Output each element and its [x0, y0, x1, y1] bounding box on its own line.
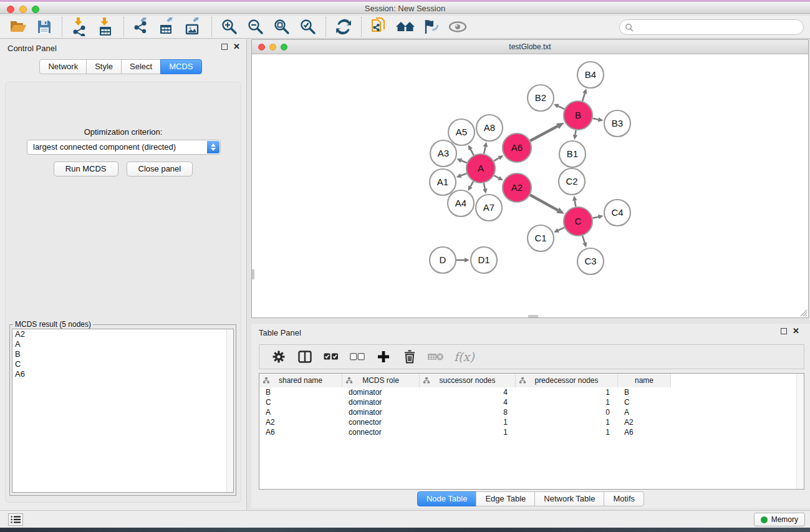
graph-node-B[interactable]: B — [564, 101, 592, 130]
task-history-button[interactable] — [8, 513, 23, 526]
cell-successor-nodes[interactable]: 4 — [420, 397, 516, 407]
graph-edge-A-A1[interactable] — [461, 173, 466, 175]
tab-edge-table[interactable]: Edge Table — [476, 491, 535, 506]
cell-MCDS-role[interactable]: dominator — [342, 397, 420, 407]
float-panel-icon[interactable] — [221, 44, 228, 50]
export-network-icon[interactable] — [132, 17, 152, 37]
result-item[interactable]: B — [12, 349, 233, 359]
graph-node-C[interactable]: C — [564, 207, 592, 236]
function-builder-icon[interactable]: f(x) — [454, 350, 475, 364]
memory-button[interactable]: Memory — [754, 513, 805, 526]
cell-name[interactable]: B — [618, 387, 671, 397]
cell-name[interactable]: A6 — [618, 427, 671, 437]
table-scrollbar[interactable] — [796, 374, 804, 489]
home-layout-icon[interactable] — [395, 17, 415, 37]
graph-edge-B-B3[interactable] — [593, 118, 599, 120]
graph-node-B2[interactable]: B2 — [528, 85, 554, 111]
graph-node-B1[interactable]: B1 — [559, 141, 586, 167]
graph-node-C3[interactable]: C3 — [577, 248, 604, 274]
select-all-checkboxes-icon[interactable] — [322, 347, 340, 366]
graph-node-A3[interactable]: A3 — [430, 140, 456, 167]
tab-style[interactable]: Style — [86, 59, 122, 74]
graph-edge-C-C3[interactable] — [582, 236, 585, 243]
graph-edge-C-C2[interactable] — [575, 201, 576, 207]
cell-predecessor-nodes[interactable]: 1 — [516, 427, 618, 437]
graph-node-A[interactable]: A — [466, 154, 495, 183]
refresh-icon[interactable] — [334, 17, 354, 37]
save-session-icon[interactable] — [34, 17, 54, 37]
graph-edge-A2-C[interactable] — [530, 195, 558, 211]
graph-node-B3[interactable]: B3 — [604, 110, 630, 137]
column-header-MCDS-role[interactable]: MCDS role — [342, 374, 420, 387]
table-row[interactable]: Adominator80A — [259, 407, 796, 417]
result-item[interactable]: A6 — [12, 369, 233, 379]
tab-select[interactable]: Select — [121, 59, 161, 74]
float-table-panel-icon[interactable] — [781, 328, 787, 334]
tab-mcds[interactable]: MCDS — [160, 59, 201, 74]
vertical-scrollbar[interactable] — [252, 269, 254, 279]
run-mcds-button[interactable]: Run MCDS — [54, 162, 118, 177]
zoom-out-icon[interactable] — [246, 17, 266, 37]
eye-icon[interactable] — [448, 17, 468, 37]
export-image-icon[interactable] — [184, 17, 204, 37]
graph-node-D[interactable]: D — [430, 247, 456, 273]
table-row[interactable]: Cdominator41C — [259, 397, 796, 407]
clone-network-icon[interactable] — [369, 17, 389, 37]
result-item[interactable]: A — [12, 339, 233, 349]
table-row[interactable]: A2connector11A2 — [259, 417, 796, 427]
cell-shared-name[interactable]: A — [259, 407, 342, 417]
graph-node-A1[interactable]: A1 — [430, 169, 456, 195]
import-network-icon[interactable] — [70, 17, 90, 37]
cell-successor-nodes[interactable]: 1 — [420, 427, 516, 437]
graph-edge-A-A6[interactable] — [494, 158, 499, 161]
result-item[interactable]: A2 — [12, 329, 233, 339]
graph-edge-A-A7[interactable] — [484, 183, 485, 189]
cell-name[interactable]: C — [618, 397, 671, 407]
graph-edge-A6-B[interactable] — [530, 126, 557, 140]
zoom-fit-icon[interactable] — [272, 17, 292, 37]
graph-edge-C-C1[interactable] — [558, 228, 564, 230]
cell-predecessor-nodes[interactable]: 1 — [516, 417, 618, 427]
open-session-icon[interactable] — [8, 17, 28, 37]
graph-edge-B-B4[interactable] — [582, 94, 585, 101]
column-header-shared-name[interactable]: shared name — [259, 374, 342, 387]
cell-predecessor-nodes[interactable]: 1 — [516, 387, 618, 397]
cell-predecessor-nodes[interactable]: 1 — [516, 397, 618, 407]
graph-node-A6[interactable]: A6 — [503, 133, 531, 162]
show-columns-icon[interactable] — [296, 347, 314, 366]
cell-shared-name[interactable]: A6 — [259, 427, 342, 437]
horizontal-scrollbar[interactable] — [528, 315, 538, 317]
tab-motifs[interactable]: Motifs — [604, 491, 644, 506]
result-item[interactable]: C — [12, 359, 233, 369]
graph-edge-A-A8[interactable] — [484, 147, 485, 153]
graph-node-C2[interactable]: C2 — [559, 168, 585, 195]
cell-MCDS-role[interactable]: connector — [342, 417, 420, 427]
graph-node-C4[interactable]: C4 — [604, 200, 630, 226]
graph-node-A5[interactable]: A5 — [448, 119, 475, 145]
zoom-in-icon[interactable] — [219, 17, 239, 37]
network-graph[interactable]: B4B2BB3A5A8A6B1A3AC2A1A2A4A7C4CC1C3DD1 — [252, 54, 808, 317]
export-table-icon[interactable] — [158, 17, 178, 37]
graph-edge-A-A4[interactable] — [470, 181, 473, 186]
cell-successor-nodes[interactable]: 1 — [420, 417, 516, 427]
cell-name[interactable]: A — [618, 407, 671, 417]
column-header-name[interactable]: name — [618, 374, 671, 387]
table-row[interactable]: Bdominator41B — [259, 387, 796, 397]
graph-edge-B-B1[interactable] — [575, 130, 576, 135]
graph-edge-A-A3[interactable] — [461, 161, 467, 163]
mcds-result-list[interactable]: A2ABCA6 — [12, 329, 234, 493]
graph-node-D1[interactable]: D1 — [471, 247, 497, 273]
cell-successor-nodes[interactable]: 8 — [420, 407, 516, 417]
graph-node-A4[interactable]: A4 — [448, 190, 474, 216]
zoom-selected-icon[interactable] — [298, 17, 318, 37]
cell-MCDS-role[interactable]: dominator — [342, 407, 420, 417]
add-row-icon[interactable] — [374, 347, 393, 366]
delete-row-icon[interactable] — [400, 347, 419, 366]
search-field[interactable] — [619, 19, 804, 35]
resize-grip-icon[interactable] — [799, 309, 808, 317]
cell-shared-name[interactable]: B — [259, 387, 342, 397]
graph-node-A2[interactable]: A2 — [503, 173, 531, 202]
delete-table-icon[interactable] — [427, 347, 445, 366]
table-row[interactable]: A6connector11A6 — [259, 427, 796, 437]
tab-network[interactable]: Network — [39, 59, 87, 74]
